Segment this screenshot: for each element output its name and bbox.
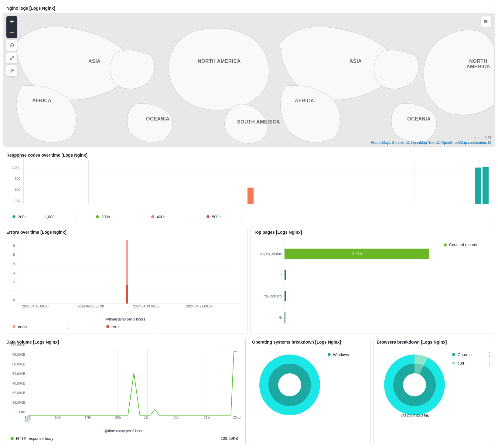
table-row: /k bbox=[254, 307, 437, 328]
os-legend: Windows ⋮ bbox=[328, 350, 367, 420]
map-label-samerica: SOUTH AMERICA bbox=[237, 119, 280, 125]
legend-notice[interactable]: notice bbox=[12, 324, 29, 329]
legend-400s[interactable]: 400s bbox=[151, 215, 165, 219]
more-icon[interactable]: ⋮ bbox=[65, 323, 70, 330]
table-row: /nginx_status 3,318 bbox=[254, 243, 437, 264]
legend-curl[interactable]: curl ⋮ bbox=[452, 360, 492, 366]
bar-200s-a[interactable] bbox=[475, 168, 481, 204]
x-axis: 15thApril 2024 16th 17th 18th 19th 20th … bbox=[28, 416, 237, 423]
dot-icon bbox=[452, 361, 455, 365]
bar[interactable] bbox=[285, 291, 286, 301]
legend-count[interactable]: Count of records bbox=[444, 243, 491, 247]
legend-value: 109.69KB bbox=[221, 436, 238, 441]
wrench-button[interactable] bbox=[6, 65, 17, 76]
more-icon[interactable]: ⋮ bbox=[183, 213, 188, 220]
svg-point-5 bbox=[278, 373, 301, 396]
zoom-out-button[interactable] bbox=[6, 27, 17, 38]
legend-300s[interactable]: 300s bbox=[96, 215, 110, 219]
dot-icon bbox=[444, 243, 447, 246]
svg-point-2 bbox=[12, 45, 12, 46]
dot-icon bbox=[206, 215, 210, 218]
donut-ip-label: 123.0.0.0 bbox=[400, 414, 415, 418]
data-volume-chart[interactable]: 0.00B 16.00KB 32.00KB 48.00KB 64.00KB 80… bbox=[8, 349, 240, 428]
map-label-africa-2: AFRICA bbox=[295, 98, 314, 104]
map-label-namerica: NORTH AMERICA bbox=[198, 59, 241, 64]
top-pages-title: Top pages [Logs Nginx] bbox=[251, 227, 495, 237]
dot-icon bbox=[106, 325, 109, 328]
bar[interactable] bbox=[285, 312, 285, 323]
os-donut[interactable] bbox=[252, 350, 328, 420]
legend-windows[interactable]: Windows ⋮ bbox=[328, 351, 367, 358]
browsers-breakdown-panel: Browsers breakdown [Logs Nginx] 123.0.0.… bbox=[374, 337, 495, 445]
os-breakdown-panel: Operating systems breakdown [Logs Nginx]… bbox=[249, 337, 370, 445]
errors-legend: notice ⋮ error ⋮ bbox=[3, 321, 247, 334]
top-pages-legend: Count of records bbox=[440, 237, 495, 331]
data-volume-title: Data Volume [Logs Nginx] bbox=[3, 337, 245, 347]
more-icon[interactable]: ⋮ bbox=[239, 213, 244, 220]
os-title: Operating systems breakdown [Logs Nginx] bbox=[249, 337, 370, 347]
world-map[interactable]: ASIA NORTH AMERICA AFRICA OCEANIA SOUTH … bbox=[3, 13, 495, 147]
dot-icon bbox=[12, 325, 15, 328]
more-icon[interactable]: ⋮ bbox=[156, 323, 161, 330]
dv-legend: HTTP response body 109.69KB bbox=[3, 433, 245, 445]
errors-title: Errors over time [Logs Nginx] bbox=[3, 227, 247, 237]
svg-point-8 bbox=[403, 373, 426, 396]
zoom-in-button[interactable] bbox=[6, 16, 17, 27]
fit-bounds-button[interactable] bbox=[6, 40, 17, 51]
table-row: / bbox=[254, 264, 437, 286]
zoom-value: 0.61 bbox=[485, 136, 492, 140]
map-panel: Nginx logs [Logs Nginx] ASIA bbox=[3, 3, 495, 147]
dot-icon bbox=[11, 437, 14, 440]
browsers-title: Browsers breakdown [Logs Nginx] bbox=[374, 337, 495, 347]
omt-link[interactable]: OpenMapTiles bbox=[411, 141, 439, 145]
y-axis: 0 1 2 3 4 5 6 7 bbox=[10, 240, 16, 304]
osm-link[interactable]: OpenStreetMap contributors bbox=[441, 141, 492, 145]
top-pages-chart[interactable]: /nginx_status 3,318 / /favicon.ico /k bbox=[251, 237, 440, 331]
layers-button[interactable] bbox=[481, 16, 492, 27]
zoom-label: zoom: bbox=[474, 136, 484, 140]
response-codes-title: Response codes over time [Logs Nginx] bbox=[3, 150, 495, 160]
legend-200s-value: 1,080 bbox=[45, 215, 55, 219]
ems-link[interactable]: Elastic Maps Service bbox=[370, 141, 409, 145]
row-label: / bbox=[254, 273, 284, 277]
map-label-asia-2: ASIA bbox=[350, 59, 362, 64]
data-volume-panel: Data Volume [Logs Nginx] 0.00B 16.00KB 3… bbox=[3, 337, 246, 445]
bar-400s[interactable] bbox=[247, 188, 254, 204]
row-label: /favicon.ico bbox=[254, 294, 284, 298]
bar[interactable] bbox=[285, 270, 286, 280]
map-title: Nginx logs [Logs Nginx] bbox=[3, 3, 495, 13]
table-row: /favicon.ico bbox=[254, 286, 437, 307]
expand-button[interactable] bbox=[6, 53, 17, 63]
legend-error[interactable]: error bbox=[106, 324, 120, 329]
legend-http-body[interactable]: HTTP response body bbox=[11, 436, 53, 441]
x-axis: 2024-04-15 00:00 2024-04-17 00:00 2024-0… bbox=[18, 304, 239, 310]
legend-500s[interactable]: 500s bbox=[206, 215, 220, 219]
dot-icon bbox=[12, 215, 15, 218]
browsers-donut[interactable]: 123.0.0.0 92.86% bbox=[377, 350, 452, 420]
bar-200s-b[interactable] bbox=[483, 167, 489, 204]
bar-error[interactable] bbox=[126, 285, 128, 304]
dot-icon bbox=[151, 215, 154, 218]
errors-chart[interactable]: 0 1 2 3 4 5 6 7 2024-04-15 bbox=[10, 237, 242, 316]
legend-200s[interactable]: 200s bbox=[12, 215, 26, 219]
errors-axis-title: @timestamp per 3 hours bbox=[3, 316, 247, 321]
dv-axis-title: @timestamp per 3 hours bbox=[3, 428, 245, 433]
bar[interactable]: 3,318 bbox=[285, 249, 429, 259]
response-codes-chart[interactable]: 400 600 800 1,000 1,200 bbox=[9, 160, 489, 212]
map-label-asia: ASIA bbox=[88, 59, 101, 64]
y-axis: 0.00B 16.00KB 32.00KB 48.00KB 64.00KB 80… bbox=[8, 349, 26, 416]
errors-panel: Errors over time [Logs Nginx] 0 1 2 3 4 … bbox=[3, 227, 247, 334]
map-label-namerica-2: NORTH AMERICA bbox=[462, 59, 495, 70]
more-icon[interactable]: ⋮ bbox=[487, 351, 492, 358]
row-label: /nginx_status bbox=[254, 252, 284, 256]
map-label-oceania-2: OCEANIA bbox=[407, 116, 431, 122]
more-icon[interactable]: ⋮ bbox=[362, 351, 367, 358]
top-pages-panel: Top pages [Logs Nginx] /nginx_status 3,3… bbox=[251, 227, 495, 334]
more-icon[interactable]: ⋮ bbox=[73, 213, 78, 220]
donut-pct-label: 92.86% bbox=[416, 414, 429, 418]
dot-icon bbox=[452, 353, 455, 356]
more-icon[interactable]: ⋮ bbox=[128, 213, 133, 220]
map-attribution: zoom: 0.61 Elastic Maps Service , OpenMa… bbox=[370, 136, 492, 145]
more-icon[interactable]: ⋮ bbox=[487, 360, 492, 366]
legend-chrome[interactable]: Chrome ⋮ bbox=[452, 351, 492, 358]
